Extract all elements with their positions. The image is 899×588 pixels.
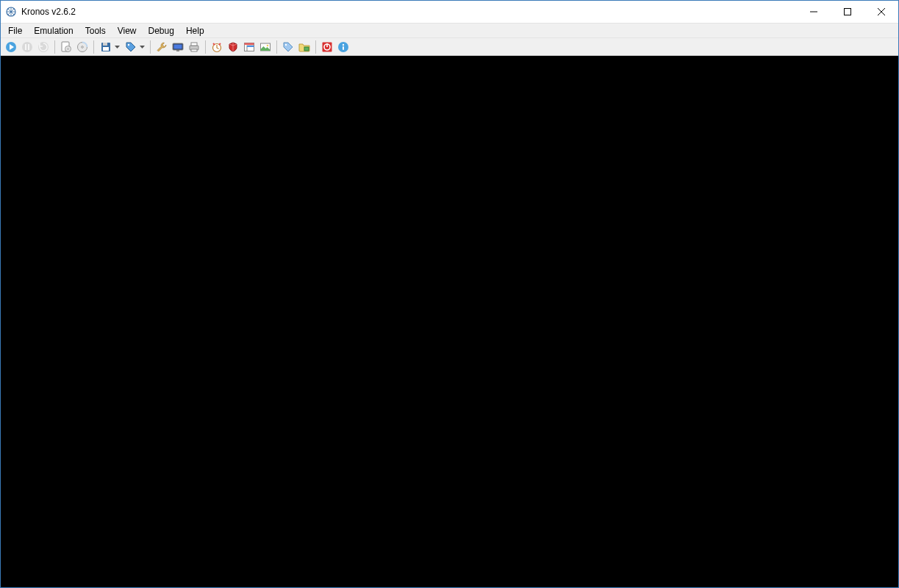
svg-rect-27: [247, 46, 254, 47]
toolbar-separator: [205, 40, 206, 54]
printer-icon[interactable]: [187, 40, 201, 54]
svg-rect-19: [176, 50, 179, 51]
menu-emulation[interactable]: Emulation: [28, 24, 79, 37]
svg-rect-22: [191, 49, 197, 51]
close-button[interactable]: [864, 1, 898, 23]
menu-tools[interactable]: Tools: [79, 24, 112, 37]
screenshot-icon[interactable]: [258, 40, 273, 54]
fullscreen-icon[interactable]: [171, 40, 185, 54]
dropdown-caret-icon[interactable]: [113, 40, 121, 54]
toolbar-separator: [150, 40, 151, 54]
svg-point-12: [82, 46, 84, 48]
window-title: Kronos v2.6.2: [21, 7, 76, 17]
menu-file[interactable]: File: [2, 24, 28, 37]
toolbar-separator: [93, 40, 94, 54]
minimize-button[interactable]: [797, 1, 831, 23]
dropdown-caret-icon[interactable]: [138, 40, 146, 54]
svg-rect-21: [191, 43, 197, 46]
run-icon[interactable]: [4, 40, 18, 54]
open-cd-icon[interactable]: [59, 40, 74, 54]
menu-help[interactable]: Help: [180, 24, 210, 37]
svg-point-36: [343, 43, 344, 45]
svg-rect-34: [326, 43, 328, 47]
svg-rect-18: [174, 44, 182, 49]
toolbar-separator: [54, 40, 55, 54]
svg-rect-25: [245, 43, 254, 45]
load-state-dropdown[interactable]: [123, 40, 146, 54]
titlebar: Kronos v2.6.2: [1, 1, 898, 23]
maximize-button[interactable]: [831, 1, 864, 23]
app-window: Kronos v2.6.2 File Emulation Tools View …: [0, 0, 899, 588]
toolbar-separator: [315, 40, 316, 54]
emulator-viewport: [1, 56, 898, 587]
svg-point-4: [22, 42, 32, 52]
cheats-icon[interactable]: [226, 40, 240, 54]
svg-rect-37: [343, 46, 344, 50]
svg-point-10: [68, 48, 69, 49]
svg-rect-5: [25, 44, 26, 50]
svg-point-16: [128, 43, 129, 45]
layer-icon[interactable]: [242, 40, 257, 54]
memory-icon[interactable]: [281, 40, 296, 54]
svg-rect-15: [103, 47, 109, 51]
toolbar: [1, 38, 898, 56]
settings-icon[interactable]: [154, 40, 169, 54]
reset-icon: [36, 40, 51, 54]
svg-point-1: [10, 11, 12, 13]
save-state-dropdown[interactable]: [98, 40, 121, 54]
svg-rect-31: [304, 47, 309, 51]
svg-rect-14: [103, 43, 107, 46]
about-icon[interactable]: [336, 40, 351, 54]
window-controls: [797, 1, 898, 23]
menu-debug[interactable]: Debug: [143, 24, 180, 37]
pause-icon: [20, 40, 35, 54]
svg-point-30: [285, 43, 287, 45]
app-icon: [5, 6, 17, 18]
open-iso-icon[interactable]: [75, 40, 90, 54]
backup-icon[interactable]: [297, 40, 312, 54]
clock-icon[interactable]: [209, 40, 224, 54]
svg-point-29: [267, 44, 269, 46]
svg-rect-6: [28, 44, 29, 50]
quit-icon[interactable]: [320, 40, 334, 54]
menu-view[interactable]: View: [112, 24, 143, 37]
load-state-icon[interactable]: [123, 40, 138, 54]
menubar: File Emulation Tools View Debug Help: [1, 23, 898, 38]
svg-rect-2: [845, 9, 851, 15]
save-state-icon[interactable]: [99, 40, 113, 54]
toolbar-separator: [276, 40, 277, 54]
